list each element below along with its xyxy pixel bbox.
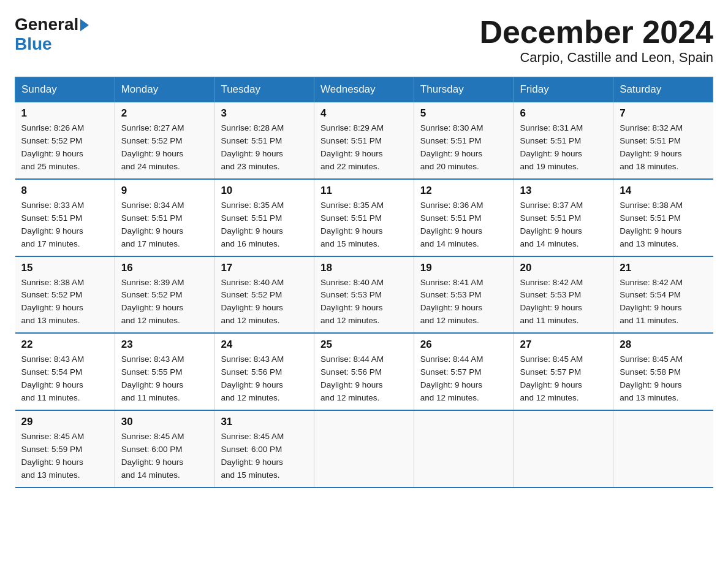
day-info: Sunrise: 8:33 AMSunset: 5:51 PMDaylight:… bbox=[21, 199, 108, 251]
calendar-day-cell: 15Sunrise: 8:38 AMSunset: 5:52 PMDayligh… bbox=[15, 256, 115, 334]
calendar-day-cell: 27Sunrise: 8:45 AMSunset: 5:57 PMDayligh… bbox=[514, 333, 613, 410]
logo: General Blue bbox=[15, 15, 89, 54]
calendar-day-cell: 8Sunrise: 8:33 AMSunset: 5:51 PMDaylight… bbox=[15, 179, 115, 256]
day-number: 2 bbox=[121, 107, 208, 120]
calendar-day-cell: 22Sunrise: 8:43 AMSunset: 5:54 PMDayligh… bbox=[15, 333, 115, 410]
day-number: 30 bbox=[121, 416, 208, 428]
day-number: 29 bbox=[21, 416, 108, 428]
day-number: 10 bbox=[221, 185, 308, 197]
day-number: 18 bbox=[320, 262, 408, 274]
calendar-day-cell: 23Sunrise: 8:43 AMSunset: 5:55 PMDayligh… bbox=[115, 333, 214, 410]
calendar-day-cell bbox=[314, 410, 414, 488]
day-info: Sunrise: 8:44 AMSunset: 5:56 PMDaylight:… bbox=[320, 353, 408, 405]
calendar-day-cell: 29Sunrise: 8:45 AMSunset: 5:59 PMDayligh… bbox=[15, 410, 115, 488]
calendar-day-cell: 30Sunrise: 8:45 AMSunset: 6:00 PMDayligh… bbox=[115, 410, 214, 488]
day-number: 27 bbox=[520, 339, 607, 351]
day-number: 17 bbox=[221, 262, 308, 274]
day-number: 28 bbox=[620, 339, 707, 351]
calendar-day-cell bbox=[414, 410, 514, 488]
day-number: 19 bbox=[420, 262, 507, 274]
calendar-day-cell: 14Sunrise: 8:38 AMSunset: 5:51 PMDayligh… bbox=[613, 179, 713, 256]
calendar-day-cell bbox=[514, 410, 613, 488]
calendar-week-row: 8Sunrise: 8:33 AMSunset: 5:51 PMDaylight… bbox=[15, 179, 713, 256]
calendar-day-cell: 21Sunrise: 8:42 AMSunset: 5:54 PMDayligh… bbox=[613, 256, 713, 334]
day-info: Sunrise: 8:39 AMSunset: 5:52 PMDaylight:… bbox=[121, 277, 208, 328]
day-number: 11 bbox=[320, 185, 408, 197]
day-info: Sunrise: 8:43 AMSunset: 5:56 PMDaylight:… bbox=[221, 353, 308, 405]
day-number: 21 bbox=[620, 262, 707, 274]
day-info: Sunrise: 8:42 AMSunset: 5:54 PMDaylight:… bbox=[620, 277, 707, 328]
day-info: Sunrise: 8:45 AMSunset: 5:57 PMDaylight:… bbox=[520, 353, 607, 405]
day-number: 6 bbox=[520, 107, 607, 120]
weekday-header: Friday bbox=[514, 77, 613, 102]
calendar-day-cell bbox=[613, 410, 713, 488]
day-number: 23 bbox=[121, 339, 208, 351]
calendar-table: SundayMondayTuesdayWednesdayThursdayFrid… bbox=[15, 77, 713, 488]
calendar-day-cell: 16Sunrise: 8:39 AMSunset: 5:52 PMDayligh… bbox=[115, 256, 214, 334]
day-info: Sunrise: 8:42 AMSunset: 5:53 PMDaylight:… bbox=[520, 277, 607, 328]
day-number: 5 bbox=[420, 107, 507, 120]
calendar-day-cell: 26Sunrise: 8:44 AMSunset: 5:57 PMDayligh… bbox=[414, 333, 514, 410]
day-info: Sunrise: 8:45 AMSunset: 5:58 PMDaylight:… bbox=[620, 353, 707, 405]
calendar-week-row: 29Sunrise: 8:45 AMSunset: 5:59 PMDayligh… bbox=[15, 410, 713, 488]
day-number: 14 bbox=[620, 185, 707, 197]
calendar-day-cell: 7Sunrise: 8:32 AMSunset: 5:51 PMDaylight… bbox=[613, 102, 713, 179]
calendar-week-row: 22Sunrise: 8:43 AMSunset: 5:54 PMDayligh… bbox=[15, 333, 713, 410]
calendar-week-row: 15Sunrise: 8:38 AMSunset: 5:52 PMDayligh… bbox=[15, 256, 713, 334]
calendar-day-cell: 4Sunrise: 8:29 AMSunset: 5:51 PMDaylight… bbox=[314, 102, 414, 179]
calendar-day-cell: 13Sunrise: 8:37 AMSunset: 5:51 PMDayligh… bbox=[514, 179, 613, 256]
day-info: Sunrise: 8:45 AMSunset: 5:59 PMDaylight:… bbox=[21, 431, 108, 482]
weekday-header: Saturday bbox=[613, 77, 713, 102]
day-info: Sunrise: 8:40 AMSunset: 5:52 PMDaylight:… bbox=[221, 277, 308, 328]
calendar-header-row: SundayMondayTuesdayWednesdayThursdayFrid… bbox=[15, 77, 713, 102]
weekday-header: Wednesday bbox=[314, 77, 414, 102]
day-info: Sunrise: 8:43 AMSunset: 5:54 PMDaylight:… bbox=[21, 353, 108, 405]
calendar-day-cell: 24Sunrise: 8:43 AMSunset: 5:56 PMDayligh… bbox=[214, 333, 314, 410]
page-header: General Blue December 2024 Carpio, Casti… bbox=[15, 15, 713, 66]
day-number: 13 bbox=[520, 185, 607, 197]
day-info: Sunrise: 8:45 AMSunset: 6:00 PMDaylight:… bbox=[121, 431, 208, 482]
logo-blue-text: Blue bbox=[15, 34, 52, 54]
calendar-day-cell: 2Sunrise: 8:27 AMSunset: 5:52 PMDaylight… bbox=[115, 102, 214, 179]
calendar-day-cell: 11Sunrise: 8:35 AMSunset: 5:51 PMDayligh… bbox=[314, 179, 414, 256]
day-number: 31 bbox=[221, 416, 308, 428]
day-info: Sunrise: 8:26 AMSunset: 5:52 PMDaylight:… bbox=[21, 122, 108, 174]
day-info: Sunrise: 8:36 AMSunset: 5:51 PMDaylight:… bbox=[420, 199, 507, 251]
day-number: 12 bbox=[420, 185, 507, 197]
day-number: 1 bbox=[21, 107, 108, 120]
weekday-header: Thursday bbox=[414, 77, 514, 102]
weekday-header: Sunday bbox=[15, 77, 115, 102]
day-number: 20 bbox=[520, 262, 607, 274]
day-info: Sunrise: 8:30 AMSunset: 5:51 PMDaylight:… bbox=[420, 122, 507, 174]
day-number: 26 bbox=[420, 339, 507, 351]
title-block: December 2024 Carpio, Castille and Leon,… bbox=[479, 15, 713, 66]
day-info: Sunrise: 8:45 AMSunset: 6:00 PMDaylight:… bbox=[221, 431, 308, 482]
day-number: 7 bbox=[620, 107, 707, 120]
calendar-day-cell: 1Sunrise: 8:26 AMSunset: 5:52 PMDaylight… bbox=[15, 102, 115, 179]
day-info: Sunrise: 8:41 AMSunset: 5:53 PMDaylight:… bbox=[420, 277, 507, 328]
logo-general-text: General bbox=[15, 15, 78, 34]
day-number: 3 bbox=[221, 107, 308, 120]
day-number: 25 bbox=[320, 339, 408, 351]
calendar-day-cell: 28Sunrise: 8:45 AMSunset: 5:58 PMDayligh… bbox=[613, 333, 713, 410]
day-info: Sunrise: 8:38 AMSunset: 5:51 PMDaylight:… bbox=[620, 199, 707, 251]
day-number: 16 bbox=[121, 262, 208, 274]
day-info: Sunrise: 8:35 AMSunset: 5:51 PMDaylight:… bbox=[320, 199, 408, 251]
logo-arrow-icon bbox=[80, 19, 89, 31]
day-info: Sunrise: 8:27 AMSunset: 5:52 PMDaylight:… bbox=[121, 122, 208, 174]
day-info: Sunrise: 8:44 AMSunset: 5:57 PMDaylight:… bbox=[420, 353, 507, 405]
calendar-day-cell: 10Sunrise: 8:35 AMSunset: 5:51 PMDayligh… bbox=[214, 179, 314, 256]
day-info: Sunrise: 8:32 AMSunset: 5:51 PMDaylight:… bbox=[620, 122, 707, 174]
day-number: 24 bbox=[221, 339, 308, 351]
day-number: 9 bbox=[121, 185, 208, 197]
day-number: 8 bbox=[21, 185, 108, 197]
calendar-day-cell: 25Sunrise: 8:44 AMSunset: 5:56 PMDayligh… bbox=[314, 333, 414, 410]
calendar-day-cell: 12Sunrise: 8:36 AMSunset: 5:51 PMDayligh… bbox=[414, 179, 514, 256]
day-info: Sunrise: 8:43 AMSunset: 5:55 PMDaylight:… bbox=[121, 353, 208, 405]
calendar-day-cell: 20Sunrise: 8:42 AMSunset: 5:53 PMDayligh… bbox=[514, 256, 613, 334]
day-info: Sunrise: 8:28 AMSunset: 5:51 PMDaylight:… bbox=[221, 122, 308, 174]
calendar-day-cell: 17Sunrise: 8:40 AMSunset: 5:52 PMDayligh… bbox=[214, 256, 314, 334]
day-info: Sunrise: 8:31 AMSunset: 5:51 PMDaylight:… bbox=[520, 122, 607, 174]
day-info: Sunrise: 8:38 AMSunset: 5:52 PMDaylight:… bbox=[21, 277, 108, 328]
calendar-week-row: 1Sunrise: 8:26 AMSunset: 5:52 PMDaylight… bbox=[15, 102, 713, 179]
